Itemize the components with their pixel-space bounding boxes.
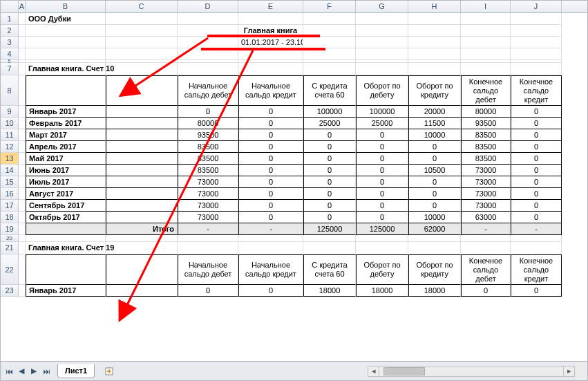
row-header-23[interactable]: 23 [1, 285, 19, 297]
data-fc[interactable]: 0 [303, 165, 356, 176]
data-cs[interactable]: 0 [238, 188, 303, 200]
row-header[interactable]: 11 [1, 129, 19, 141]
hdr-col1b[interactable] [106, 75, 178, 106]
data-month[interactable]: Сентябрь 2017 [26, 200, 106, 212]
data-ds[interactable]: 73000 [178, 212, 238, 223]
data-td[interactable]: 100000 [356, 106, 408, 118]
data-month[interactable]: Октябрь 2017 [26, 212, 106, 223]
data-cs[interactable]: 0 [238, 200, 303, 212]
data-td[interactable]: 0 [356, 129, 408, 141]
row-header[interactable]: 12 [1, 141, 19, 153]
data-ce[interactable]: 0 [511, 118, 562, 129]
col-header-E[interactable]: E [238, 1, 303, 12]
data-cs[interactable]: 0 [238, 118, 303, 129]
section-19-label[interactable]: Главная книга. Счет 19 [26, 242, 106, 254]
data-fc[interactable]: 100000 [303, 106, 356, 118]
data-td[interactable]: 0 [356, 200, 408, 212]
row-header-21[interactable]: 21 [1, 242, 19, 254]
data-td[interactable]: 0 [356, 212, 408, 223]
data-fc[interactable]: 0 [303, 176, 356, 188]
hdr-turnoverd[interactable]: Оборот по дебету [356, 75, 408, 106]
data-de[interactable]: 83500 [461, 141, 511, 153]
data-tc[interactable]: 0 [408, 188, 461, 200]
data-tc[interactable]: 0 [408, 200, 461, 212]
data-ds[interactable]: 83500 [178, 153, 238, 165]
data-tc[interactable]: 0 [408, 141, 461, 153]
data-tc[interactable]: 0 [408, 153, 461, 165]
data-ce[interactable]: 0 [511, 176, 562, 188]
section-10-label[interactable]: Главная книга. Счет 10 [26, 63, 106, 75]
hdr-creditstart[interactable]: Начальное сальдо кредит [238, 75, 303, 106]
data-cs[interactable]: 0 [238, 141, 303, 153]
sheet-tab-add[interactable] [97, 364, 121, 378]
row-header[interactable]: 10 [1, 118, 19, 129]
data-de[interactable]: 80000 [461, 106, 511, 118]
sheet-tab-active[interactable]: Лист1 [57, 364, 95, 378]
data-de[interactable]: 73000 [461, 200, 511, 212]
data-ce[interactable]: 0 [511, 141, 562, 153]
select-all-corner[interactable] [1, 1, 19, 12]
data-de[interactable]: 73000 [461, 176, 511, 188]
data-ce[interactable]: 0 [511, 106, 562, 118]
data-ds[interactable]: 80000 [178, 118, 238, 129]
data-cs[interactable]: 0 [238, 129, 303, 141]
row-header[interactable]: 18 [1, 212, 19, 223]
col-header-G[interactable]: G [356, 1, 408, 12]
data-ds[interactable]: 83500 [178, 165, 238, 176]
data-cs[interactable]: 0 [238, 165, 303, 176]
data-month[interactable]: Февраль 2017 [26, 118, 106, 129]
row-header-2[interactable]: 2 [1, 25, 19, 37]
row-header-22[interactable]: 22 [1, 254, 19, 285]
data-ds[interactable]: 73000 [178, 200, 238, 212]
data-ds[interactable]: 83500 [178, 141, 238, 153]
data-tc[interactable]: 11500 [408, 118, 461, 129]
data-fc[interactable]: 0 [303, 153, 356, 165]
col-header-H[interactable]: H [408, 1, 461, 12]
col-header-I[interactable]: I [461, 1, 511, 12]
data-ce[interactable]: 0 [511, 200, 562, 212]
tab-nav-last-icon[interactable]: ⏭ [41, 366, 52, 376]
scroll-thumb[interactable] [383, 367, 425, 375]
col-header-B[interactable]: B [26, 1, 106, 12]
data-td[interactable]: 0 [356, 165, 408, 176]
data-de[interactable]: 63000 [461, 212, 511, 223]
hdr-creditend[interactable]: Конечное сальдо кредит [511, 75, 562, 106]
data-month[interactable]: Январь 2017 [26, 285, 106, 297]
data-td[interactable]: 0 [356, 141, 408, 153]
data-td[interactable]: 0 [356, 153, 408, 165]
tab-nav-next-icon[interactable]: ▶ [28, 366, 39, 376]
data-td[interactable]: 0 [356, 188, 408, 200]
row-header-1[interactable]: 1 [1, 13, 19, 25]
grid-area[interactable]: A B C D E F G H I J 1 ООО Дубки 2 Главна… [1, 1, 587, 361]
data-month[interactable]: Март 2017 [26, 129, 106, 141]
row-header[interactable]: 16 [1, 188, 19, 200]
data-ds[interactable]: 0 [178, 106, 238, 118]
hdr-debitend[interactable]: Конечное сальдо дебет [461, 75, 511, 106]
data-tc[interactable]: 0 [408, 176, 461, 188]
hdr-fromcredit[interactable]: С кредита счета 60 [303, 75, 356, 106]
period-cell[interactable]: 01.01.2017 - 23.10.2017 [238, 37, 303, 48]
data-month[interactable]: Апрель 2017 [26, 141, 106, 153]
data-ce[interactable]: 0 [511, 153, 562, 165]
row-header-3[interactable]: 3 [1, 37, 19, 48]
data-ce[interactable]: 0 [511, 212, 562, 223]
col-header-A[interactable]: A [19, 1, 26, 12]
row-header[interactable]: 13 [1, 153, 19, 165]
data-ds[interactable]: 73000 [178, 188, 238, 200]
data-tc[interactable]: 10000 [408, 212, 461, 223]
data-cs[interactable]: 0 [238, 212, 303, 223]
data-ce[interactable]: 0 [511, 188, 562, 200]
hdr-col1[interactable] [26, 75, 106, 106]
data-de[interactable]: 83500 [461, 129, 511, 141]
data-cs[interactable]: 0 [238, 106, 303, 118]
data-ce[interactable]: 0 [511, 129, 562, 141]
data-de[interactable]: 83500 [461, 153, 511, 165]
row-header[interactable]: 15 [1, 176, 19, 188]
col-header-J[interactable]: J [511, 1, 562, 12]
data-cs[interactable]: 0 [238, 153, 303, 165]
data-month[interactable]: Январь 2017 [26, 106, 106, 118]
row-header[interactable]: 17 [1, 200, 19, 212]
data-fc[interactable]: 0 [303, 200, 356, 212]
horizontal-scrollbar[interactable]: ◂ ▸ [368, 366, 575, 377]
data-month[interactable]: Июнь 2017 [26, 165, 106, 176]
